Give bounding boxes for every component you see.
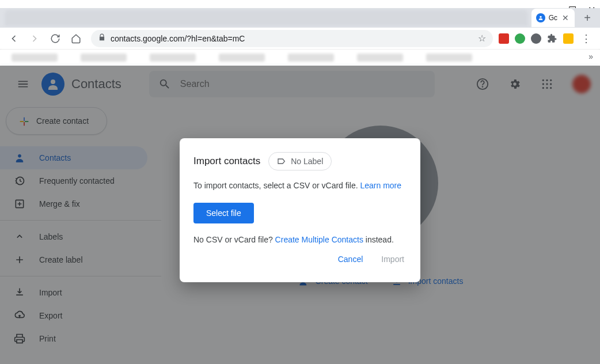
browser-menu-button[interactable]: ⋮ — [579, 32, 593, 45]
dialog-line2b: instead. — [363, 235, 394, 244]
bookmark-star-icon[interactable]: ☆ — [478, 33, 486, 44]
bookmarks-overflow-icon[interactable]: » — [588, 52, 593, 61]
url-text: contacts.google.com/?hl=en&tab=mC — [111, 34, 473, 43]
label-icon — [277, 157, 286, 166]
profile-chip[interactable] — [563, 33, 574, 44]
nav-home-button[interactable] — [67, 29, 85, 48]
address-bar[interactable]: contacts.google.com/?hl=en&tab=mC ☆ — [91, 30, 493, 47]
plus-icon: + — [584, 12, 591, 25]
nav-reload-button[interactable] — [46, 29, 64, 48]
create-multiple-contacts-link[interactable]: Create Multiple Contacts — [275, 235, 363, 244]
tab-favicon-icon — [536, 13, 545, 22]
extensions-puzzle-icon[interactable] — [547, 33, 557, 44]
import-contacts-dialog: Import contacts No Label To import conta… — [180, 138, 420, 282]
extensions-area: ⋮ — [499, 32, 595, 45]
extension-icon[interactable] — [499, 33, 509, 44]
browser-toolbar: contacts.google.com/?hl=en&tab=mC ☆ ⋮ — [0, 28, 600, 50]
nav-forward-button[interactable] — [25, 29, 44, 48]
select-file-button[interactable]: Select file — [193, 203, 254, 223]
chip-label: No Label — [291, 157, 323, 166]
tab-title: Gc — [549, 14, 557, 22]
dialog-line2a: No CSV or vCard file? — [193, 235, 275, 244]
extension-icon[interactable] — [531, 33, 541, 44]
dialog-description: To import contacts, select a CSV or vCar… — [193, 181, 407, 190]
import-button[interactable]: Import — [379, 250, 407, 268]
extension-icon[interactable] — [515, 33, 525, 44]
tab-strip: Gc ✕ + — [0, 8, 600, 28]
label-chip[interactable]: No Label — [268, 152, 332, 170]
lock-icon — [98, 33, 106, 44]
dialog-alt-text: No CSV or vCard file? Create Multiple Co… — [193, 235, 407, 244]
dialog-title: Import contacts — [193, 156, 260, 167]
svg-point-0 — [540, 16, 541, 18]
bookmarks-bar — [0, 50, 600, 66]
new-tab-button[interactable]: + — [579, 10, 595, 26]
nav-back-button[interactable] — [5, 29, 23, 48]
active-tab[interactable]: Gc ✕ — [531, 9, 575, 27]
tab-close-icon[interactable]: ✕ — [561, 13, 570, 22]
learn-more-link[interactable]: Learn more — [360, 181, 401, 190]
cancel-button[interactable]: Cancel — [336, 250, 366, 268]
dialog-line1: To import contacts, select a CSV or vCar… — [193, 181, 360, 190]
inactive-tabs-blur — [5, 10, 528, 26]
